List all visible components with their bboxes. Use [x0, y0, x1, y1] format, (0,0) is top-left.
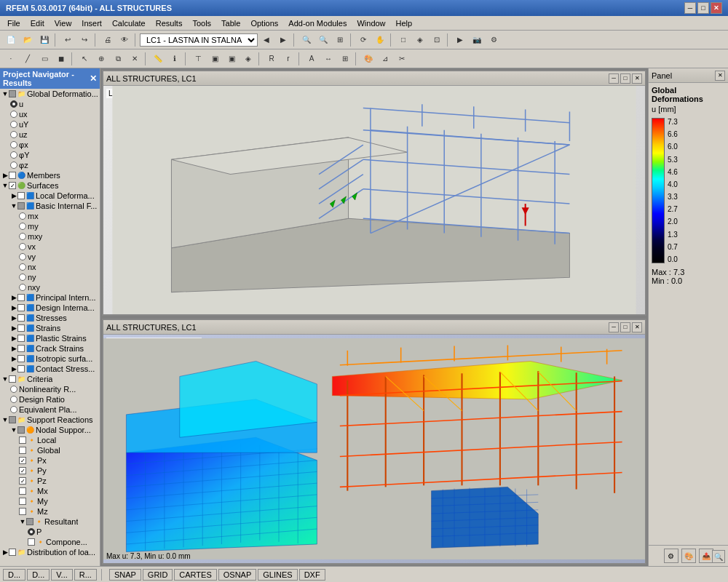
tree-checkbox[interactable] — [9, 182, 16, 189]
tree-nonlinearity[interactable]: Nonlinearity R... — [0, 384, 100, 394]
tree-u[interactable]: u — [0, 99, 100, 109]
panel-settings-button[interactable]: ⚙ — [664, 549, 678, 563]
tree-P[interactable]: P — [0, 527, 100, 537]
tree-checkbox[interactable] — [19, 508, 26, 515]
tree-checkbox[interactable] — [17, 365, 25, 372]
tb2-color[interactable]: 🎨 — [360, 51, 376, 67]
tb2-move[interactable]: ⊕ — [93, 51, 109, 67]
tree-surfaces[interactable]: ▼ 🟢 Surfaces — [0, 180, 100, 191]
tree-checkbox[interactable] — [19, 467, 26, 474]
tree-pz[interactable]: 🔸 Pz — [0, 476, 100, 486]
tree-checkbox[interactable] — [19, 487, 26, 495]
tree-plastic-strains[interactable]: ▶ 🟦 Plastic Strains — [0, 333, 100, 343]
tb-rotate[interactable]: ⟳ — [355, 32, 371, 48]
tb-render[interactable]: ◈ — [412, 32, 428, 48]
tb2-filter[interactable]: ⊿ — [377, 51, 393, 67]
panel-export-button[interactable]: 📤 — [699, 549, 713, 563]
tb2-solid[interactable]: ◼ — [53, 51, 69, 67]
panel-color-button[interactable]: 🎨 — [681, 549, 696, 563]
tree-strains[interactable]: ▶ 🟦 Strains — [0, 323, 100, 333]
lc-dropdown[interactable]: LC1 - LASTNA IN STALNA — [140, 33, 258, 47]
tree-checkbox[interactable] — [9, 416, 16, 423]
maximize-button[interactable]: □ — [697, 2, 709, 14]
menu-edit[interactable]: Edit — [26, 17, 49, 29]
tree-radio[interactable] — [10, 121, 17, 128]
tb2-node[interactable]: · — [3, 51, 19, 67]
vp-top-close[interactable]: ✕ — [632, 73, 642, 84]
tree-checkbox[interactable] — [9, 375, 16, 383]
tree-radio[interactable] — [28, 528, 35, 535]
menu-results[interactable]: Results — [151, 17, 187, 29]
tree-nodal-support[interactable]: ▼ 🟠 Nodal Suppor... — [0, 425, 100, 435]
panel-close-button[interactable]: ✕ — [715, 71, 725, 81]
menu-help[interactable]: Help — [392, 17, 417, 29]
tree-radio[interactable] — [19, 243, 26, 250]
viewport-top-content[interactable]: LC1 : LASTNA IN STALNA — [103, 86, 645, 314]
tree-vy[interactable]: vy — [0, 252, 100, 262]
menu-table[interactable]: Table — [217, 17, 245, 29]
snap-button[interactable]: SNAP — [109, 569, 141, 581]
tree-py[interactable]: 🔸 Py — [0, 466, 100, 476]
tree-nx[interactable]: nx — [0, 262, 100, 272]
vp-top-maximize[interactable]: □ — [620, 73, 630, 84]
vp-bot-close[interactable]: ✕ — [632, 322, 642, 332]
tree-distribution[interactable]: ▶ 📁 Distribution of loa... — [0, 547, 100, 557]
tb2-select[interactable]: ↖ — [76, 51, 92, 67]
menu-window[interactable]: Window — [352, 17, 389, 29]
tree-checkbox[interactable] — [9, 549, 16, 556]
tree-radio[interactable] — [10, 151, 17, 159]
tree-radio[interactable] — [10, 162, 17, 169]
tree-radio[interactable] — [19, 223, 26, 230]
osnap-button[interactable]: OSNAP — [218, 569, 257, 581]
tree-resultant[interactable]: ▼ 🔸 Resultant — [0, 517, 100, 527]
vp-top-minimize[interactable]: ─ — [609, 73, 619, 84]
tb-zoom-in[interactable]: 🔍 — [298, 32, 314, 48]
tree-checkbox[interactable] — [17, 192, 25, 199]
tree-checkbox[interactable] — [17, 324, 25, 332]
tree-radio[interactable] — [10, 131, 17, 138]
tb-fit[interactable]: ⊞ — [332, 32, 348, 48]
tree-contact-stress[interactable]: ▶ 🟦 Contact Stress... — [0, 364, 100, 374]
tb2-measure[interactable]: 📏 — [150, 51, 166, 67]
tree-mx[interactable]: mx — [0, 211, 100, 221]
tree-phix[interactable]: φx — [0, 140, 100, 150]
menu-options[interactable]: Options — [246, 17, 282, 29]
viewport-zoom-icon[interactable]: 🔍 — [712, 550, 725, 563]
tree-checkbox[interactable] — [17, 426, 25, 434]
tb-display[interactable]: □ — [395, 32, 411, 48]
tab-D1[interactable]: D... — [3, 569, 25, 581]
vp-bot-minimize[interactable]: ─ — [609, 322, 619, 332]
tb-settings[interactable]: ⚙ — [486, 32, 502, 48]
sidebar-close-button[interactable]: ✕ — [90, 73, 97, 84]
tab-R[interactable]: R... — [74, 569, 97, 581]
tree-equiv-plastic[interactable]: Equivalent Pla... — [0, 404, 100, 415]
tb2-results-on[interactable]: R — [264, 51, 280, 67]
menu-file[interactable]: File — [3, 17, 25, 29]
close-button[interactable]: ✕ — [711, 2, 722, 14]
tree-uz[interactable]: uz — [0, 129, 100, 140]
minimize-button[interactable]: ─ — [684, 2, 696, 14]
tb-animate[interactable]: ▶ — [452, 32, 468, 48]
tb2-surface[interactable]: ▭ — [36, 51, 52, 67]
tree-design-internal[interactable]: ▶ 🟦 Design Interna... — [0, 303, 100, 313]
tree-ny[interactable]: ny — [0, 272, 100, 282]
tb2-label[interactable]: A — [304, 51, 320, 67]
tree-crack-strains[interactable]: ▶ 🟦 Crack Strains — [0, 343, 100, 354]
tree-principal-internal[interactable]: ▶ 🟦 Principal Intern... — [0, 292, 100, 303]
tree-checkbox[interactable] — [17, 202, 25, 210]
tb-save[interactable]: 💾 — [36, 32, 52, 48]
tab-D2[interactable]: D... — [27, 569, 50, 581]
tab-V[interactable]: V... — [51, 569, 73, 581]
tree-local-deform[interactable]: ▶ 🟦 Local Deforma... — [0, 191, 100, 201]
dxf-button[interactable]: DXF — [299, 569, 325, 581]
tree-local[interactable]: 🔸 Local — [0, 435, 100, 445]
tree-checkbox[interactable] — [26, 518, 33, 525]
tree-checkbox[interactable] — [9, 172, 16, 179]
tree-checkbox[interactable] — [19, 436, 26, 444]
tb-new[interactable]: 📄 — [3, 32, 19, 48]
tree-criteria[interactable]: ▼ 📁 Criteria — [0, 374, 100, 384]
tb2-results-off[interactable]: r — [280, 51, 296, 67]
tb-wire[interactable]: ⊡ — [429, 32, 445, 48]
menu-view[interactable]: View — [50, 17, 76, 29]
tree-design-ratio[interactable]: Design Ratio — [0, 394, 100, 404]
